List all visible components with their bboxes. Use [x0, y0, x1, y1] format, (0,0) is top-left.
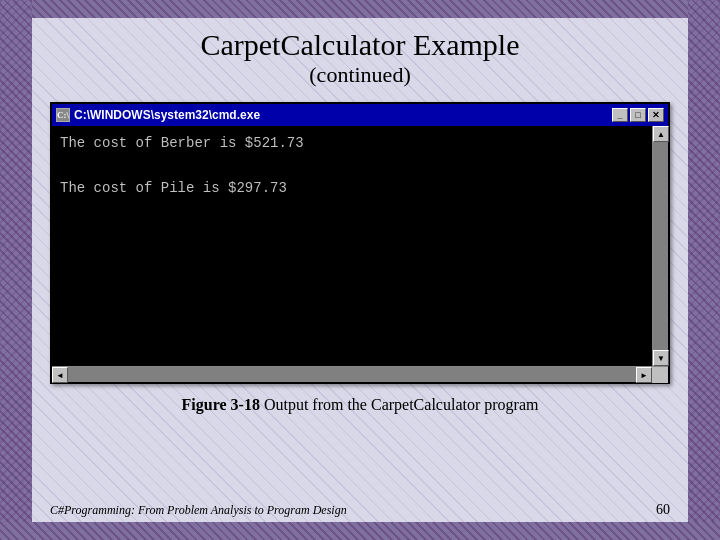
slide-footer: C#Programming: From Problem Analysis to … — [50, 502, 670, 518]
figure-caption-bold: Figure 3-18 — [182, 396, 260, 413]
slide-subtitle: (continued) — [309, 62, 410, 88]
scroll-track-horizontal[interactable] — [68, 367, 636, 382]
cmd-scrollbar-horizontal[interactable]: ◄ ► — [52, 366, 668, 382]
figure-caption-text: Output from the CarpetCalculator program — [260, 396, 539, 413]
cmd-output-line-1: The cost of Berber is $521.73 — [60, 132, 644, 154]
cmd-titlebar: C:\ C:\WINDOWS\system32\cmd.exe _ □ ✕ — [52, 104, 668, 126]
cmd-output-line-3: The cost of Pile is $297.73 — [60, 177, 644, 199]
cmd-title-text: C:\WINDOWS\system32\cmd.exe — [74, 108, 608, 122]
figure-caption: Figure 3-18 Output from the CarpetCalcul… — [182, 396, 539, 414]
scroll-right-arrow[interactable]: ► — [636, 367, 652, 383]
slide-title: CarpetCalculator Example — [200, 28, 519, 62]
footer-page-number: 60 — [656, 502, 670, 518]
slide: CarpetCalculator Example (continued) C:\… — [0, 0, 720, 540]
cmd-output-line-2 — [60, 154, 644, 176]
cmd-window: C:\ C:\WINDOWS\system32\cmd.exe _ □ ✕ Th… — [50, 102, 670, 384]
cmd-output-area: The cost of Berber is $521.73 The cost o… — [52, 126, 652, 366]
cmd-body: The cost of Berber is $521.73 The cost o… — [52, 126, 668, 366]
scroll-corner — [652, 367, 668, 383]
close-button[interactable]: ✕ — [648, 108, 664, 122]
maximize-button[interactable]: □ — [630, 108, 646, 122]
scroll-up-arrow[interactable]: ▲ — [653, 126, 669, 142]
minimize-button[interactable]: _ — [612, 108, 628, 122]
scroll-down-arrow[interactable]: ▼ — [653, 350, 669, 366]
cmd-scrollbar-vertical[interactable]: ▲ ▼ — [652, 126, 668, 366]
scroll-track-vertical[interactable] — [653, 142, 668, 350]
cmd-window-icon: C:\ — [56, 108, 70, 122]
cmd-controls: _ □ ✕ — [612, 108, 664, 122]
footer-book-title: C#Programming: From Problem Analysis to … — [50, 503, 347, 518]
scroll-left-arrow[interactable]: ◄ — [52, 367, 68, 383]
slide-content: CarpetCalculator Example (continued) C:\… — [0, 0, 720, 540]
